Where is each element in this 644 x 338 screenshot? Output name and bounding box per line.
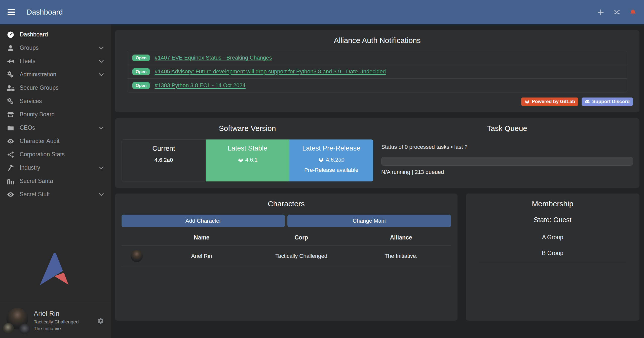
chevron-down-icon — [98, 71, 105, 78]
folder-icon — [6, 124, 15, 132]
navbar-actions — [597, 9, 636, 16]
user-meta: Ariel Rin Tactically Challenged The Init… — [34, 310, 79, 331]
alliance-auth-dashboard: Dashboard Dashboard Groups Fleets — [0, 0, 644, 338]
plus-icon[interactable] — [597, 9, 604, 16]
chevron-down-icon — [98, 191, 105, 198]
table-header-row: Name Corp Alliance — [122, 230, 451, 246]
hamburger-menu-icon[interactable] — [8, 9, 15, 15]
user-name: Ariel Rin — [34, 310, 79, 318]
chevron-down-icon — [98, 164, 105, 171]
characters-title: Characters — [122, 200, 451, 208]
notifications-title: Alliance Auth Notifications — [122, 36, 633, 45]
hammer-icon — [6, 164, 15, 172]
status-badge: Open — [132, 82, 150, 89]
membership-state: State: Guest — [472, 216, 633, 224]
notifications-panel: Alliance Auth Notifications Open #1407 E… — [115, 30, 639, 112]
sidebar-item-ceos[interactable]: CEOs — [0, 121, 111, 134]
cell-alliance: The Initiative. — [351, 253, 451, 259]
support-discord-badge[interactable]: Support Discord — [582, 98, 633, 106]
chevron-down-icon — [98, 124, 105, 131]
version-current-box: Current 4.6.2a0 — [122, 139, 206, 181]
characters-table: Name Corp Alliance Ariel Rin Tactically … — [122, 230, 451, 267]
version-prerelease-box: Latest Pre-Release 4.6.2a0 Pre-Release a… — [289, 139, 373, 181]
version-stable-box: Latest Stable 4.6.1 — [206, 139, 289, 181]
version-boxes: Current 4.6.2a0 Latest Stable 4.6.1 Late… — [122, 139, 373, 181]
sidebar-item-corporation-stats[interactable]: Corporation Stats — [0, 148, 111, 161]
sidebar-item-fleets[interactable]: Fleets — [0, 55, 111, 68]
gears-icon — [6, 71, 15, 78]
sidebar-item-services[interactable]: Services — [0, 94, 111, 108]
alliance-logo — [19, 323, 30, 334]
column-header-alliance: Alliance — [351, 234, 451, 241]
task-queue-status: Status of 0 processed tasks • last ? — [381, 144, 633, 150]
column-header-corp: Corp — [251, 234, 351, 241]
chevron-down-icon — [98, 58, 105, 65]
task-queue-title: Task Queue — [381, 124, 633, 133]
column-header-name: Name — [152, 234, 251, 241]
notifications-list: Open #1407 EVE Equinox Status - Breaking… — [127, 51, 627, 92]
corp-logo — [3, 323, 14, 334]
character-row-portrait — [131, 250, 143, 262]
change-main-button[interactable]: Change Main — [287, 215, 451, 227]
user-icon — [6, 44, 15, 52]
sidebar-item-secret-santa[interactable]: Secret Santa — [0, 174, 111, 188]
bottom-row: Characters Add Character Change Main Nam… — [115, 194, 639, 321]
sidebar-item-groups[interactable]: Groups — [0, 41, 111, 55]
table-row: Ariel Rin Tactically Challenged The Init… — [122, 246, 451, 267]
task-queue-summary: N/A running | 213 queued — [381, 169, 633, 175]
sidebar: Dashboard Groups Fleets Administration S… — [0, 24, 111, 338]
notification-link[interactable]: #1407 EVE Equinox Status - Breaking Chan… — [155, 55, 272, 61]
group-item: B Group — [479, 246, 626, 262]
powered-by-gitlab-badge[interactable]: Powered by GitLab — [521, 98, 578, 106]
gitlab-icon — [524, 99, 530, 104]
group-item: A Group — [479, 230, 626, 246]
share-nodes-icon — [6, 151, 15, 158]
software-version-widget: Software Version Current 4.6.2a0 Latest … — [122, 124, 373, 182]
software-version-title: Software Version — [122, 124, 373, 133]
eye-icon — [6, 191, 15, 198]
main-content: Alliance Auth Notifications Open #1407 E… — [111, 24, 644, 338]
user-avatar — [6, 307, 29, 334]
membership-groups: A Group B Group — [479, 230, 626, 262]
bell-icon[interactable] — [629, 9, 636, 16]
gitlab-icon — [238, 157, 244, 163]
user-corp: Tactically Challenged — [34, 319, 79, 325]
user-panel: Ariel Rin Tactically Challenged The Init… — [0, 303, 111, 338]
task-queue-widget: Task Queue Status of 0 processed tasks •… — [381, 124, 633, 182]
gifts-icon — [6, 177, 15, 185]
sidebar-item-bounty-board[interactable]: Bounty Board — [0, 108, 111, 121]
membership-title: Membership — [472, 200, 633, 208]
chevron-down-icon — [98, 44, 105, 51]
version-taskqueue-panel: Software Version Current 4.6.2a0 Latest … — [115, 118, 639, 188]
gitlab-icon — [318, 157, 324, 163]
notification-link[interactable]: #1405 Advisory: Future development will … — [155, 68, 386, 75]
sidebar-item-administration[interactable]: Administration — [0, 68, 111, 81]
membership-panel: Membership State: Guest A Group B Group — [466, 194, 639, 321]
sidebar-item-dashboard[interactable]: Dashboard — [0, 28, 111, 41]
sidebar-item-secret-stuff[interactable]: Secret Stuff — [0, 188, 111, 201]
fighter-jet-icon — [6, 58, 15, 65]
shuffle-icon[interactable] — [613, 9, 620, 16]
discord-icon — [585, 99, 590, 104]
notification-item: Open #1407 EVE Equinox Status - Breaking… — [127, 51, 627, 65]
page-title: Dashboard — [27, 8, 63, 16]
user-lock-icon — [6, 84, 15, 92]
notification-item: Open #1405 Advisory: Future development … — [127, 65, 627, 79]
status-badge: Open — [132, 68, 150, 75]
gears-icon — [6, 98, 15, 105]
sidebar-item-character-audit[interactable]: Character Audit — [0, 134, 111, 148]
settings-gear-icon[interactable] — [97, 317, 104, 324]
notification-link[interactable]: #1383 Python 3.8 EOL - 14 Oct 2024 — [155, 82, 245, 89]
top-navbar: Dashboard — [0, 0, 644, 24]
store-icon — [6, 111, 15, 118]
status-badge: Open — [132, 55, 150, 61]
sidebar-item-industry[interactable]: Industry — [0, 161, 111, 174]
characters-panel: Characters Add Character Change Main Nam… — [115, 194, 458, 321]
notifications-footer: Powered by GitLab Support Discord — [122, 98, 633, 106]
notification-item: Open #1383 Python 3.8 EOL - 14 Oct 2024 — [127, 79, 627, 92]
add-character-button[interactable]: Add Character — [122, 215, 285, 227]
sidebar-item-secure-groups[interactable]: Secure Groups — [0, 81, 111, 94]
cell-name: Ariel Rin — [152, 253, 251, 259]
task-queue-progressbar — [381, 157, 633, 166]
characters-actions: Add Character Change Main — [122, 215, 451, 227]
